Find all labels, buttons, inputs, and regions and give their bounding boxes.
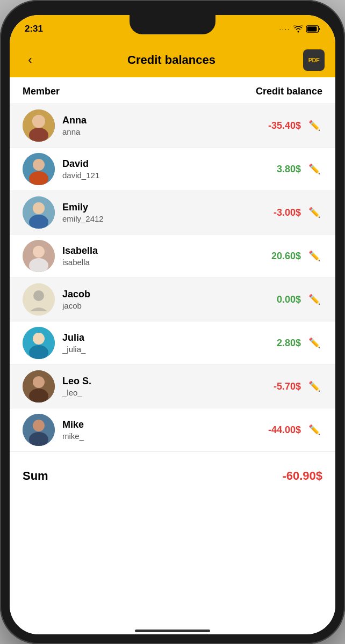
member-username-david: david_121: [62, 170, 258, 181]
edit-button-leo[interactable]: ✏️: [306, 378, 322, 394]
balance-amount-david: 3.80$: [258, 164, 301, 175]
member-username-leo: _leo_: [62, 387, 258, 398]
home-indicator: [135, 630, 210, 632]
member-row-julia: Julia _julia_ 2.80$ ✏️: [10, 321, 335, 365]
avatar-jacob: [23, 283, 55, 316]
member-info-anna: Anna anna: [55, 114, 258, 137]
edit-button-david[interactable]: ✏️: [306, 161, 322, 177]
avatar-emily: [23, 196, 55, 229]
svg-point-17: [33, 290, 44, 301]
member-info-julia: Julia _julia_: [55, 332, 258, 355]
svg-point-7: [33, 159, 45, 171]
member-row-anna: Anna anna -35.40$ ✏️: [10, 104, 335, 148]
member-info-isabella: Isabella isabella: [55, 245, 258, 268]
status-time: 2:31: [25, 24, 43, 34]
header-title: Credit balances: [127, 53, 215, 67]
member-username-julia: _julia_: [62, 344, 258, 355]
member-username-isabella: isabella: [62, 257, 258, 268]
balance-section-isabella: 20.60$ ✏️: [258, 248, 322, 264]
balance-amount-mike: -44.00$: [258, 425, 301, 436]
avatar-leo: [23, 370, 55, 402]
member-row-jacob: Jacob jacob 0.00$ ✏️: [10, 278, 335, 321]
sum-row: Sum -60.90$: [10, 456, 335, 496]
avatar-anna: [23, 109, 55, 142]
avatar-david: [23, 153, 55, 185]
svg-point-14: [33, 246, 45, 258]
sum-label: Sum: [23, 469, 48, 483]
member-username-anna: anna: [62, 127, 258, 137]
member-info-jacob: Jacob jacob: [55, 288, 258, 311]
edit-button-emily[interactable]: ✏️: [306, 204, 322, 221]
balance-section-anna: -35.40$ ✏️: [258, 118, 322, 134]
member-name-isabella: Isabella: [62, 245, 258, 257]
wifi-icon: [293, 25, 303, 33]
member-username-jacob: jacob: [62, 301, 258, 311]
member-row-emily: Emily emily_2412 -3.00$ ✏️: [10, 191, 335, 235]
balance-section-david: 3.80$ ✏️: [258, 161, 322, 177]
balance-section-mike: -44.00$ ✏️: [258, 422, 322, 438]
member-row-leo: Leo S. _leo_ -5.70$ ✏️: [10, 365, 335, 408]
member-username-emily: emily_2412: [62, 214, 258, 224]
sum-amount: -60.90$: [282, 469, 322, 483]
edit-button-jacob[interactable]: ✏️: [306, 291, 322, 308]
balance-section-leo: -5.70$ ✏️: [258, 378, 322, 394]
edit-button-mike[interactable]: ✏️: [306, 422, 322, 438]
column-member-label: Member: [23, 86, 60, 97]
pdf-icon: PDF: [308, 57, 320, 63]
member-name-leo: Leo S.: [62, 375, 258, 387]
back-button[interactable]: ‹: [20, 50, 40, 70]
balance-section-jacob: 0.00$ ✏️: [258, 291, 322, 308]
table-header: Member Credit balance: [10, 77, 335, 104]
member-info-david: David david_121: [55, 158, 258, 181]
balance-section-julia: 2.80$ ✏️: [258, 335, 322, 351]
member-row-isabella: Isabella isabella 20.60$ ✏️: [10, 235, 335, 278]
balance-amount-emily: -3.00$: [258, 207, 301, 218]
svg-rect-1: [307, 27, 317, 32]
back-chevron-icon: ‹: [28, 54, 32, 66]
edit-button-julia[interactable]: ✏️: [306, 335, 322, 351]
svg-point-25: [33, 420, 45, 431]
member-username-mike: mike_: [62, 431, 258, 442]
balance-amount-leo: -5.70$: [258, 381, 301, 392]
member-row-david: David david_121 3.80$ ✏️: [10, 148, 335, 191]
column-balance-label: Credit balance: [256, 86, 322, 97]
balance-amount-julia: 2.80$: [258, 338, 301, 349]
svg-point-19: [33, 333, 45, 345]
avatar-mike: [23, 414, 55, 446]
app-header: ‹ Credit balances PDF: [10, 43, 335, 77]
pdf-button[interactable]: PDF: [303, 49, 325, 71]
member-name-david: David: [62, 158, 258, 170]
member-name-anna: Anna: [62, 114, 258, 127]
svg-point-5: [32, 115, 45, 128]
balance-section-emily: -3.00$ ✏️: [258, 204, 322, 221]
battery-icon: [306, 25, 320, 33]
phone-frame: 2:31 ···· ‹ Credit ba: [0, 0, 345, 644]
avatar-isabella: [23, 240, 55, 272]
member-name-emily: Emily: [62, 201, 258, 214]
member-name-julia: Julia: [62, 332, 258, 344]
edit-button-isabella[interactable]: ✏️: [306, 248, 322, 264]
member-info-mike: Mike mike_: [55, 419, 258, 442]
content-area: Member Credit balance Anna anna -35.40$ …: [10, 77, 335, 634]
member-info-emily: Emily emily_2412: [55, 201, 258, 224]
balance-amount-isabella: 20.60$: [258, 251, 301, 262]
avatar-julia: [23, 327, 55, 359]
member-name-mike: Mike: [62, 419, 258, 431]
edit-button-anna[interactable]: ✏️: [306, 118, 322, 134]
status-icons: ····: [279, 25, 320, 33]
svg-point-12: [33, 202, 45, 214]
member-info-leo: Leo S. _leo_: [55, 375, 258, 398]
members-list: Anna anna -35.40$ ✏️ David david_121 3.8…: [10, 104, 335, 452]
member-name-jacob: Jacob: [62, 288, 258, 301]
balance-amount-jacob: 0.00$: [258, 294, 301, 305]
balance-amount-anna: -35.40$: [258, 120, 301, 131]
member-row-mike: Mike mike_ -44.00$ ✏️: [10, 408, 335, 452]
notch: [130, 15, 215, 34]
signal-icon: ····: [279, 26, 290, 32]
svg-point-22: [33, 376, 45, 388]
phone-screen: 2:31 ···· ‹ Credit ba: [10, 15, 335, 634]
